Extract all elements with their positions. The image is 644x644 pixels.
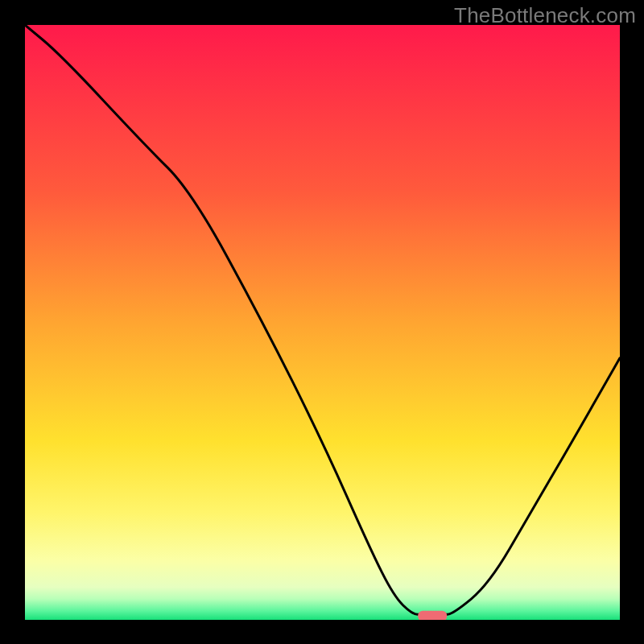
bottleneck-chart — [25, 25, 620, 620]
chart-frame: { "watermark": "TheBottleneck.com", "cha… — [0, 0, 644, 644]
sweet-spot-marker — [418, 611, 447, 620]
gradient-background — [25, 25, 620, 620]
